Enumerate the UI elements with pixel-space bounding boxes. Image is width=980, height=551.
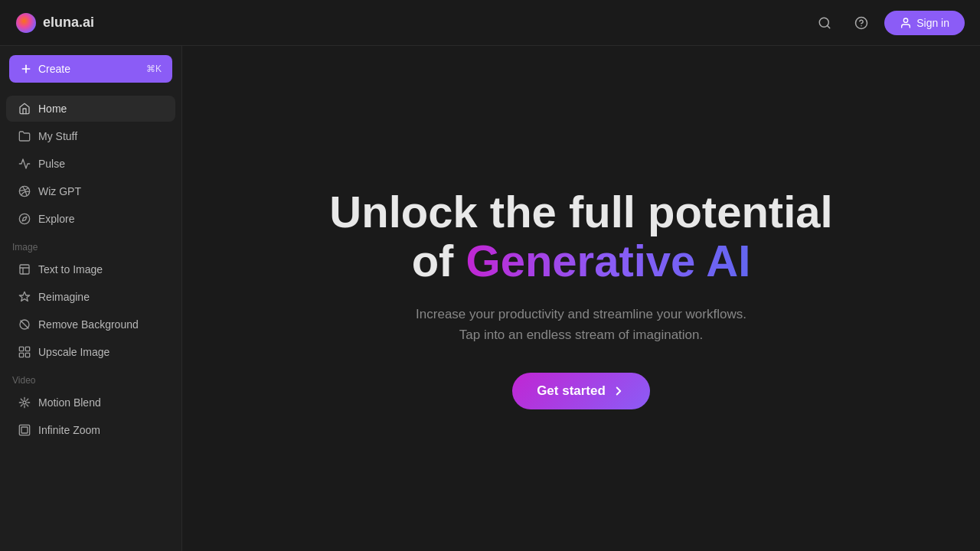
sidebar-item-explore-label: Explore: [38, 213, 74, 225]
svg-rect-17: [25, 353, 29, 357]
svg-point-0: [16, 13, 36, 33]
svg-rect-16: [19, 353, 23, 357]
arrow-right-icon: [612, 384, 626, 398]
video-section-label: Video: [0, 366, 181, 389]
sidebar-item-reimagine[interactable]: Reimagine: [6, 284, 175, 310]
sidebar-item-pulse-label: Pulse: [38, 158, 65, 170]
sidebar-item-infinite-zoom[interactable]: Infinite Zoom: [6, 417, 175, 443]
svg-point-18: [23, 401, 26, 404]
search-button[interactable]: [811, 9, 838, 37]
sidebar-item-motion-blend-label: Motion Blend: [38, 396, 101, 409]
sidebar-item-upscale-image-label: Upscale Image: [38, 346, 109, 358]
sidebar-item-upscale-image[interactable]: Upscale Image: [6, 339, 175, 365]
app-name: eluna.ai: [43, 15, 94, 31]
sidebar-item-remove-background-label: Remove Background: [38, 318, 139, 331]
user-icon: [900, 17, 912, 29]
svg-rect-20: [21, 427, 28, 433]
explore-icon: [18, 213, 31, 225]
svg-rect-14: [19, 347, 23, 350]
sidebar-item-remove-background[interactable]: Remove Background: [6, 311, 175, 337]
sidebar-item-motion-blend[interactable]: Motion Blend: [6, 390, 175, 416]
search-icon: [818, 16, 831, 30]
hero-title: Unlock the full potential of Generative …: [329, 187, 832, 285]
help-icon: [854, 16, 868, 30]
hero-title-part1: Unlock the full potential: [329, 187, 832, 236]
sidebar-item-wiz-gpt[interactable]: Wiz GPT: [6, 178, 175, 204]
upscale-icon: [18, 346, 31, 358]
svg-line-2: [828, 25, 830, 28]
main-layout: Create ⌘K Home My Stuff Pulse: [0, 46, 980, 551]
hero-subtitle: Increase your productivity and streamlin…: [329, 304, 832, 345]
eluna-logo-icon: [15, 12, 37, 34]
sidebar-item-home[interactable]: Home: [6, 96, 175, 122]
hero-section: Unlock the full potential of Generative …: [314, 172, 848, 425]
sidebar: Create ⌘K Home My Stuff Pulse: [0, 46, 182, 551]
svg-point-9: [19, 214, 29, 223]
logo-area: eluna.ai: [15, 12, 94, 34]
get-started-button[interactable]: Get started: [512, 373, 650, 409]
sidebar-item-home-label: Home: [38, 103, 67, 115]
nav-right: Sign in: [811, 9, 965, 37]
home-icon: [18, 103, 31, 115]
sidebar-item-my-stuff-label: My Stuff: [38, 130, 77, 142]
folder-icon: [18, 130, 31, 142]
svg-line-13: [21, 321, 28, 328]
reimagine-icon: [18, 291, 31, 303]
sidebar-item-explore[interactable]: Explore: [6, 206, 175, 232]
svg-point-5: [904, 18, 908, 22]
hero-title-part2: of: [412, 236, 466, 285]
help-button[interactable]: [848, 9, 875, 37]
topnav: eluna.ai Sign in: [0, 0, 980, 46]
text-to-image-icon: [18, 263, 31, 276]
remove-background-icon: [18, 318, 31, 331]
main-content: Unlock the full potential of Generative …: [182, 46, 980, 551]
hero-subtitle-line2: Tap into an endless stream of imaginatio…: [459, 328, 703, 342]
motion-blend-icon: [18, 396, 31, 409]
get-started-label: Get started: [537, 383, 606, 399]
create-button[interactable]: Create ⌘K: [9, 55, 172, 83]
wiz-gpt-icon: [18, 185, 31, 197]
create-shortcut: ⌘K: [146, 64, 162, 74]
sidebar-item-text-to-image-label: Text to Image: [38, 263, 103, 276]
sidebar-item-reimagine-label: Reimagine: [38, 291, 90, 303]
svg-marker-10: [22, 217, 27, 221]
sidebar-item-text-to-image[interactable]: Text to Image: [6, 256, 175, 282]
hero-subtitle-line1: Increase your productivity and streamlin…: [416, 307, 746, 321]
sidebar-item-my-stuff[interactable]: My Stuff: [6, 123, 175, 149]
infinite-zoom-icon: [18, 424, 31, 436]
sidebar-item-wiz-gpt-label: Wiz GPT: [38, 185, 81, 197]
sign-in-button[interactable]: Sign in: [884, 11, 965, 35]
pulse-icon: [18, 158, 31, 170]
plus-icon: [20, 63, 32, 75]
svg-rect-15: [25, 347, 29, 350]
sidebar-item-pulse[interactable]: Pulse: [6, 151, 175, 177]
hero-title-gradient: Generative AI: [466, 236, 751, 285]
image-section-label: Image: [0, 233, 181, 256]
svg-rect-11: [20, 265, 29, 274]
sidebar-item-infinite-zoom-label: Infinite Zoom: [38, 424, 100, 436]
